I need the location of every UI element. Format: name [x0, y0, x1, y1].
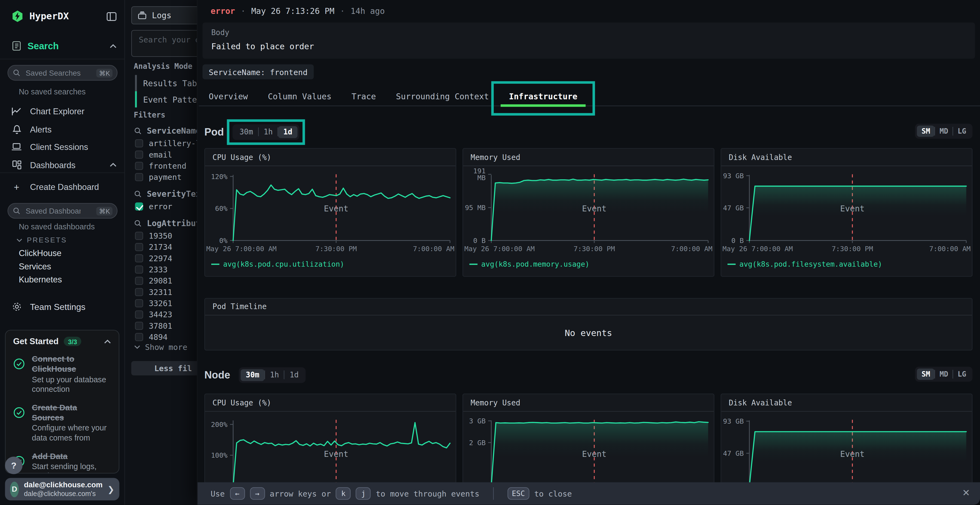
k-key: k [336, 488, 351, 500]
event-side-panel: error · May 26 7:13:26 PM · 14h ago Body… [197, 0, 980, 505]
sidebar-item-client-sessions[interactable]: Client Sessions [11, 138, 117, 156]
get-started-item[interactable]: Connect to ClickHouseSet up your databas… [13, 354, 111, 395]
checkbox[interactable] [135, 161, 143, 170]
pod-range-30m[interactable]: 30m [234, 126, 258, 138]
tab-trace[interactable]: Trace [341, 87, 386, 106]
chevron-up-icon[interactable] [104, 339, 111, 344]
svg-text:7:00:00 AM: 7:00:00 AM [671, 245, 713, 253]
get-started-item-desc: Configure where your data comes from [32, 424, 111, 443]
presets-toggle[interactable]: PRESETS [16, 236, 67, 244]
chart-line-icon [11, 106, 22, 116]
saved-searches-search[interactable]: ⌘K [8, 65, 118, 81]
chevron-down-icon [134, 345, 140, 349]
search-icon [134, 219, 142, 227]
pod-range-1d[interactable]: 1d [278, 126, 297, 138]
filter-option-frontend[interactable]: frontend [135, 160, 186, 171]
tab-column-values[interactable]: Column Values [258, 87, 341, 106]
checkbox[interactable] [135, 232, 143, 240]
checkbox[interactable] [135, 265, 143, 273]
sidebar-item-alerts[interactable]: Alerts [11, 121, 117, 138]
sidebar-item-team-settings[interactable]: Team Settings [11, 298, 117, 315]
checkbox[interactable] [135, 321, 143, 329]
pod-size-md[interactable]: MD [935, 125, 953, 137]
avatar: D [10, 481, 19, 497]
chart-title: CPU Usage (%) [205, 394, 456, 412]
filter-option-error[interactable]: error [135, 200, 172, 212]
saved-searches-input[interactable] [24, 68, 82, 78]
saved-dashboards-search[interactable]: ⌘K [8, 203, 118, 219]
filter-option-29081[interactable]: 29081 [135, 275, 172, 286]
checkbox[interactable] [135, 150, 143, 158]
sidebar-item-chart-explorer[interactable]: Chart Explorer [11, 103, 117, 120]
node-size-lg[interactable]: LG [953, 369, 971, 380]
no-saved-dashboards-text: No saved dashboards [19, 222, 95, 231]
get-started-item-title: Create Data Sources [32, 403, 111, 423]
filter-option-payment[interactable]: payment [135, 171, 181, 182]
node-size-sm[interactable]: SM [917, 369, 935, 380]
filter-group-severitytext[interactable]: SeverityText [134, 189, 205, 199]
preset-dashboard-services[interactable]: Services [19, 262, 51, 271]
tab-overview[interactable]: Overview [199, 87, 258, 106]
node-range-30m[interactable]: 30m [241, 369, 265, 381]
help-button[interactable]: ? [5, 457, 22, 474]
node-size-md[interactable]: MD [935, 369, 953, 380]
create-dashboard-button[interactable]: + Create Dashboard [11, 178, 117, 195]
filter-option-33261[interactable]: 33261 [135, 297, 172, 308]
user-menu[interactable]: D dale@clickhouse.com dale@clickhouse.co… [5, 478, 119, 500]
checkbox[interactable] [135, 287, 143, 296]
grid-icon [11, 160, 22, 170]
filter-option-email[interactable]: email [135, 149, 172, 160]
collapse-sidebar-icon[interactable] [106, 11, 117, 21]
close-panel-icon[interactable]: ✕ [962, 488, 970, 499]
j-key: j [356, 488, 371, 500]
node-range-1h[interactable]: 1h [265, 369, 284, 381]
checkbox[interactable] [135, 254, 143, 262]
filter-option-34423[interactable]: 34423 [135, 308, 172, 320]
event-tabs: OverviewColumn ValuesTraceSurrounding Co… [199, 87, 980, 106]
filter-group-servicename[interactable]: ServiceName [134, 126, 200, 135]
node-range-1d[interactable]: 1d [285, 369, 304, 381]
checkbox[interactable] [135, 202, 143, 210]
sidebar-item-dashboards[interactable]: Dashboards [11, 156, 117, 173]
preset-dashboard-clickhouse[interactable]: ClickHouse [19, 249, 62, 258]
sidebar-item-search[interactable]: Search [11, 41, 117, 51]
checkbox[interactable] [135, 276, 143, 284]
tab-surrounding-context[interactable]: Surrounding Context [386, 87, 499, 106]
check-circle-icon [13, 354, 25, 395]
tab-infrastructure[interactable]: Infrastructure [499, 87, 587, 106]
pod-range-1h[interactable]: 1h [259, 126, 278, 138]
get-started-item[interactable]: Add DataStart sending logs, metrics, or … [13, 451, 111, 474]
checkbox[interactable] [135, 333, 143, 341]
get-started-item[interactable]: Create Data SourcesConfigure where your … [13, 403, 111, 443]
saved-dashboards-input[interactable] [24, 206, 82, 216]
preset-dashboard-kubernetes[interactable]: Kubernetes [19, 275, 62, 284]
pod-size-sm[interactable]: SM [917, 125, 935, 137]
checkbox[interactable] [135, 310, 143, 318]
filter-option-19350[interactable]: 19350 [135, 230, 172, 241]
pod-size-lg[interactable]: LG [953, 125, 971, 137]
checkbox[interactable] [135, 299, 143, 307]
service-name-chip[interactable]: ServiceName: frontend [202, 64, 314, 79]
checkbox[interactable] [135, 243, 143, 251]
chart-card-pod-mem: Memory Used191MB95 MB0 BMay 26 7:00:00 A… [463, 148, 714, 277]
filter-option-4894[interactable]: 4894 [135, 331, 168, 342]
filter-option-2333[interactable]: 2333 [135, 264, 168, 275]
hint-text: to move through events [376, 489, 479, 498]
show-more-button[interactable]: Show more [134, 342, 187, 351]
checkbox[interactable] [135, 139, 143, 147]
svg-text:7:00:00 AM: 7:00:00 AM [929, 245, 971, 253]
legend-dash-icon [469, 264, 477, 265]
hyperdx-logo-icon [11, 10, 24, 22]
chevron-right-icon: ❯ [108, 484, 115, 494]
sidebar-item-label: Search [27, 41, 59, 51]
filter-option-22974[interactable]: 22974 [135, 252, 172, 264]
filter-option-37801[interactable]: 37801 [135, 320, 172, 331]
gear-icon [11, 302, 22, 312]
divider [493, 488, 493, 500]
svg-text:47 GB: 47 GB [723, 204, 744, 212]
filter-option-21734[interactable]: 21734 [135, 241, 172, 252]
checkbox[interactable] [135, 173, 143, 181]
get-started-item-desc: Set up your database connection [32, 375, 111, 395]
search-icon [134, 127, 142, 135]
filter-option-32311[interactable]: 32311 [135, 286, 172, 297]
